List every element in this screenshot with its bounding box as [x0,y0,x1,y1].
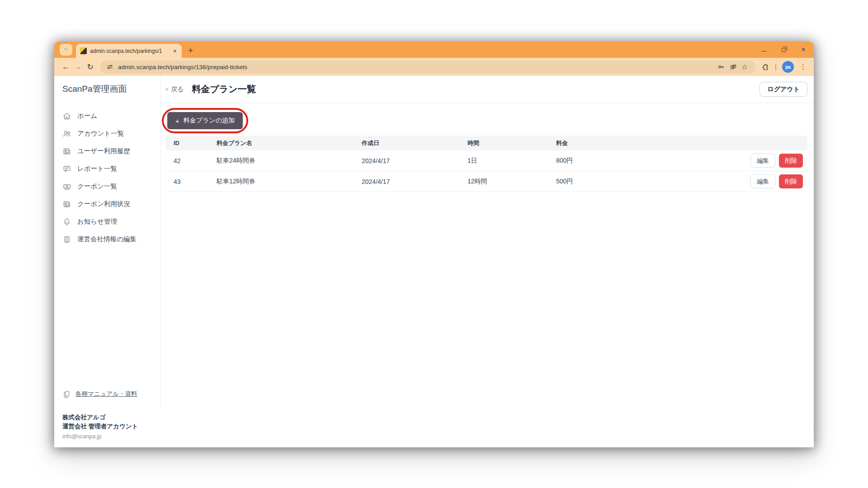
reports-icon [62,164,71,174]
sidebar-item-label: クーポン利用状況 [77,200,130,208]
sidebar-nav: ホーム アカウント一覧 ユーザー利用履歴 レポート一覧 クーポン一覧 [62,107,156,248]
account-email: info@scanpa.jp [62,432,152,441]
cell-id: 42 [165,157,217,164]
manuals-link-label: 各種マニュアル・資料 [75,390,137,398]
company-name: 株式会社アルゴ [62,413,152,422]
sidebar-item-label: レポート一覧 [77,164,117,173]
browser-tab[interactable]: admin.scanpa.tech/parkings/1 × [76,44,182,58]
plus-icon: + [175,117,179,125]
site-favicon [80,47,87,54]
sidebar-footer: 株式会社アルゴ 運営会社 管理者アカウント info@scanpa.jp [54,408,160,447]
tab-search-button[interactable] [60,44,72,56]
forward-icon[interactable]: → [72,62,84,71]
sidebar-item[interactable]: レポート一覧 [62,160,156,178]
sidebar-item[interactable]: 運営会社情報の編集 [62,230,156,248]
add-plan-label: 料金プランの追加 [184,117,235,125]
reload-icon[interactable]: ↻ [84,62,96,72]
back-icon[interactable]: ← [60,62,72,71]
tab-title: admin.scanpa.tech/parkings/1 [90,48,169,54]
coupons-icon [62,182,71,191]
tab-close-icon[interactable]: × [172,47,178,55]
cell-duration: 1日 [467,157,556,165]
bookmark-star-icon[interactable]: ☆ [741,63,750,71]
password-key-icon[interactable] [717,63,725,71]
col-header-duration: 時間 [467,139,556,147]
browser-menu-icon[interactable]: ⋮ [800,63,807,71]
logout-button[interactable]: ログアウト [760,82,807,97]
back-chevron-icon: < [165,86,169,93]
close-icon[interactable]: × [800,47,807,53]
notifications-icon [62,217,71,226]
address-bar[interactable]: admin.scanpa.tech/parkings/138/prepaid-t… [100,61,755,74]
add-plan-button[interactable]: + 料金プランの追加 [167,112,243,129]
page-header: < 戻る 料金プラン一覧 ログアウト [160,76,814,103]
home-icon [62,112,71,121]
page-body: + 料金プランの追加 ID 料金プラン名 作成日 時間 料金 [160,103,814,192]
plans-table: ID 料金プラン名 作成日 時間 料金 42 駐車24時間券 2024/4/17… [165,136,807,192]
col-header-price: 料金 [556,139,740,147]
sidebar-item[interactable]: ユーザー利用履歴 [62,142,156,160]
cell-duration: 12時間 [467,178,556,186]
sidebar-item-label: 運営会社情報の編集 [77,235,137,244]
url-text: admin.scanpa.tech/parkings/138/prepaid-t… [118,64,713,70]
sidebar-item-label: ユーザー利用履歴 [77,147,130,155]
cell-id: 43 [165,178,217,185]
table-header-row: ID 料金プラン名 作成日 時間 料金 [165,136,807,150]
profile-avatar[interactable]: pa [782,61,794,73]
cell-plan-name: 駐車24時間券 [217,157,362,165]
back-link-label: 戻る [171,85,184,94]
table-rows: 42 駐車24時間券 2024/4/17 1日 800円 編集 削除 43 駐車… [165,150,807,192]
cell-price: 800円 [556,157,740,165]
sidebar-item[interactable]: クーポン利用状況 [62,195,156,213]
sidebar-item[interactable]: お知らせ管理 [62,213,156,230]
sidebar-main: ScanPa管理画面 ホーム アカウント一覧 ユーザー利用履歴 レポート一覧 [54,76,160,408]
cell-price: 500円 [556,178,740,186]
new-tab-button[interactable]: + [188,46,193,55]
extensions-icon[interactable] [761,63,769,71]
cell-created: 2024/4/17 [362,178,467,185]
coupon-usage-icon [62,200,71,209]
page-title: 料金プラン一覧 [192,83,255,95]
add-plan-wrapper: + 料金プランの追加 [167,112,243,129]
browser-toolbar: ← → ↻ admin.scanpa.tech/parkings/138/pre… [54,58,814,76]
table-row: 43 駐車12時間券 2024/4/17 12時間 500円 編集 削除 [165,171,807,192]
col-header-id: ID [165,140,217,146]
browser-window: admin.scanpa.tech/parkings/1 × + × ← → ↻… [54,42,814,447]
delete-button[interactable]: 削除 [779,154,803,168]
eye-off-icon[interactable] [729,63,737,71]
sidebar-item-label: ホーム [77,112,97,120]
toolbar-right: pa ⋮ [761,61,807,73]
company-edit-icon [62,235,71,244]
cell-plan-name: 駐車12時間券 [217,178,362,186]
window-controls: × [762,42,807,58]
app-title: ScanPa管理画面 [62,83,156,95]
table-row: 42 駐車24時間券 2024/4/17 1日 800円 編集 削除 [165,150,807,171]
sidebar-item[interactable]: アカウント一覧 [62,125,156,142]
site-settings-icon[interactable] [106,63,114,71]
sidebar-item-label: アカウント一覧 [77,129,124,138]
accounts-icon [62,129,71,138]
manuals-link[interactable]: 各種マニュアル・資料 [62,390,156,400]
col-header-name: 料金プラン名 [217,139,362,147]
chevron-down-icon [63,46,69,54]
manuals-icon [62,390,71,399]
cell-created: 2024/4/17 [362,157,467,164]
edit-button[interactable]: 編集 [750,174,775,188]
edit-button[interactable]: 編集 [750,154,775,168]
col-header-created: 作成日 [362,139,467,147]
cell-actions: 編集 削除 [740,154,807,168]
delete-button[interactable]: 削除 [779,174,803,188]
cell-actions: 編集 削除 [740,174,807,188]
sidebar-item-label: お知らせ管理 [77,217,117,226]
toolbar-separator [775,63,776,70]
sidebar-item[interactable]: クーポン一覧 [62,178,156,195]
sidebar-item[interactable]: ホーム [62,107,156,125]
usage-history-icon [62,147,71,156]
sidebar-item-label: クーポン一覧 [77,182,117,191]
restore-icon[interactable] [782,48,786,52]
back-link[interactable]: < 戻る [165,85,184,94]
minimize-icon[interactable] [762,51,767,52]
sidebar: ScanPa管理画面 ホーム アカウント一覧 ユーザー利用履歴 レポート一覧 [54,76,160,447]
browser-tab-strip: admin.scanpa.tech/parkings/1 × + × [54,42,814,58]
admin-app: ScanPa管理画面 ホーム アカウント一覧 ユーザー利用履歴 レポート一覧 [54,76,814,447]
